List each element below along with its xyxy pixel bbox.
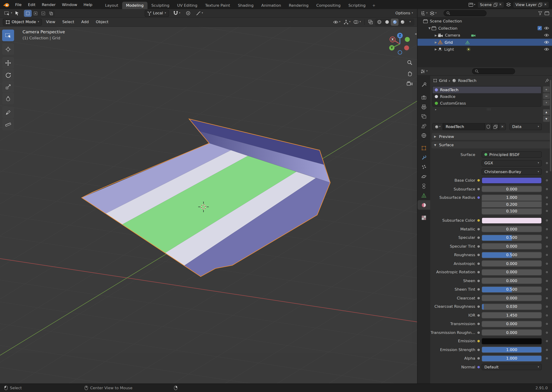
fake-user-button[interactable] (485, 123, 492, 130)
keyframe-dot[interactable] (542, 340, 552, 342)
keyframe-dot[interactable] (542, 263, 552, 265)
unlink-material-button[interactable]: ✕ (499, 123, 506, 130)
menu-view[interactable]: View (43, 20, 58, 24)
tab-view-layer[interactable] (418, 112, 430, 121)
proportional-editing-toggle[interactable] (184, 10, 192, 17)
viewport-canvas[interactable] (0, 18, 417, 384)
tab-scene[interactable] (418, 121, 430, 131)
outliner-editor-type-button[interactable]: ▾ (420, 11, 427, 15)
zoom-view-button[interactable] (407, 60, 413, 65)
specular-tint-slider[interactable]: 0.000 (481, 243, 542, 249)
menu-object[interactable]: Object (93, 20, 111, 24)
tab-object-data[interactable] (418, 191, 430, 200)
outliner-search-input[interactable] (444, 10, 487, 16)
tab-shading[interactable]: Shading (234, 2, 257, 9)
keyframe-dot[interactable] (542, 357, 552, 359)
specular-slider[interactable]: 0.500 (481, 234, 542, 241)
tab-particles[interactable] (418, 162, 430, 172)
keyframe-dot[interactable] (542, 297, 552, 299)
disclosure-triangle-icon[interactable]: ▼ (427, 27, 432, 30)
anisotropic-rotation-slider[interactable]: 0.000 (481, 269, 542, 275)
tab-texture-paint[interactable]: Texture Paint (201, 2, 234, 9)
new-scene-icon[interactable] (493, 3, 497, 7)
keyframe-dot[interactable] (542, 288, 552, 290)
new-view-layer-icon[interactable] (538, 3, 542, 7)
hide-viewport-eye-icon[interactable] (544, 26, 549, 30)
tool-rotate[interactable] (2, 69, 14, 81)
radius-b-field[interactable]: 0.100 (481, 208, 542, 214)
sidebar-collapse-arrow[interactable]: ◂ (415, 32, 417, 36)
tab-texture[interactable] (418, 213, 430, 222)
active-tool-dropdown[interactable]: ▾ (3, 10, 14, 17)
tool-annotate[interactable] (2, 107, 14, 118)
gizmo-y-neg-axis[interactable] (405, 37, 410, 42)
gizmo-x-neg-axis[interactable] (404, 45, 409, 50)
tab-object[interactable] (418, 143, 430, 153)
options-dropdown[interactable]: Options ▾ (395, 11, 414, 15)
keyframe-dot[interactable] (542, 332, 552, 333)
tool-scale[interactable] (2, 81, 14, 92)
tab-modifiers[interactable] (418, 153, 430, 162)
overlays-dropdown[interactable]: ▾ (353, 19, 362, 25)
shading-rendered-button[interactable] (398, 19, 406, 25)
ior-slider[interactable]: 1.450 (481, 312, 542, 318)
camera-data-icon[interactable] (471, 33, 476, 37)
outliner-row-grid[interactable]: ▶ Grid (418, 39, 552, 46)
keyframe-dot[interactable] (542, 314, 552, 316)
tool-measure[interactable] (2, 119, 14, 130)
outliner-filter-button[interactable] (538, 11, 543, 15)
slot-customgrass[interactable]: CustomGrass (433, 100, 541, 107)
slot-roadtech[interactable]: RoadTech (433, 87, 541, 93)
menu-help[interactable]: Help (80, 0, 95, 9)
blender-logo-icon[interactable] (3, 2, 9, 7)
pin-id-button[interactable] (545, 78, 549, 83)
tab-rendering[interactable]: Rendering (285, 2, 313, 9)
tab-world[interactable] (418, 131, 430, 140)
shading-material-preview-button[interactable] (391, 19, 398, 25)
list-resize-grip[interactable]: ∷∷ (487, 108, 491, 111)
roughness-slider[interactable]: 0.500 (481, 252, 542, 258)
radius-g-field[interactable]: 0.200 (481, 201, 542, 208)
base-color-swatch[interactable] (481, 177, 542, 183)
keyframe-dot[interactable] (542, 254, 552, 256)
keyframe-dot[interactable] (542, 271, 552, 273)
surface-panel-header[interactable]: ▼ Surface (432, 141, 551, 148)
outliner-row-collection[interactable]: ▼ Collection ✓ (418, 25, 552, 31)
clearcoat-roughness-slider[interactable]: 0.030 (481, 303, 542, 310)
sheen-slider[interactable]: 0.000 (481, 278, 542, 284)
mode-dropdown[interactable]: Object Mode ▾ (3, 19, 42, 25)
metallic-slider[interactable]: 0.000 (481, 226, 542, 232)
surface-shader-button[interactable]: Principled BSDF (481, 151, 542, 158)
keyframe-dot[interactable] (542, 179, 552, 181)
select-mode-subtract[interactable] (39, 10, 47, 17)
outliner-row-scene-collection[interactable]: Scene Collection (418, 18, 552, 25)
light-data-icon[interactable] (467, 47, 471, 51)
keyframe-dot[interactable] (542, 220, 552, 221)
properties-scrollbar[interactable] (550, 80, 551, 171)
keyframe-dot[interactable] (542, 323, 552, 325)
menu-add[interactable]: Add (78, 20, 92, 24)
object-type-visibility-dropdown[interactable]: ▾ (332, 19, 341, 25)
tab-modeling[interactable]: Modeling (122, 2, 148, 9)
normal-dropdown[interactable]: Default ▾ (481, 364, 542, 370)
properties-search-input[interactable] (472, 68, 515, 74)
select-mode-intersect[interactable] (47, 10, 55, 17)
menu-edit[interactable]: Edit (25, 0, 39, 9)
outliner-display-mode-button[interactable]: ▾ (430, 11, 437, 15)
xray-toggle[interactable] (367, 19, 374, 25)
viewport-3d[interactable]: Object Mode ▾ View Select Add Object ▾ ▾… (0, 18, 417, 384)
breadcrumb-material[interactable]: RoadTech (458, 78, 476, 83)
tweak-tool-icon[interactable] (14, 10, 20, 17)
tool-cursor[interactable] (2, 43, 14, 55)
tab-physics[interactable] (418, 172, 430, 181)
transmission-roughness-slider[interactable]: 0.000 (481, 329, 542, 336)
keyframe-dot[interactable] (542, 188, 552, 190)
outliner-row-light[interactable]: ▶ Light (418, 46, 552, 53)
scene-selector[interactable]: Scene ✕ (477, 1, 504, 8)
material-name-field[interactable]: RoadTech (443, 123, 485, 130)
material-link-dropdown[interactable]: Data ▾ (510, 123, 542, 130)
breadcrumb-object[interactable]: Grid (439, 78, 447, 83)
hide-eye-icon[interactable] (544, 33, 549, 37)
menu-file[interactable]: File (12, 0, 25, 9)
tab-tool[interactable] (418, 80, 430, 89)
